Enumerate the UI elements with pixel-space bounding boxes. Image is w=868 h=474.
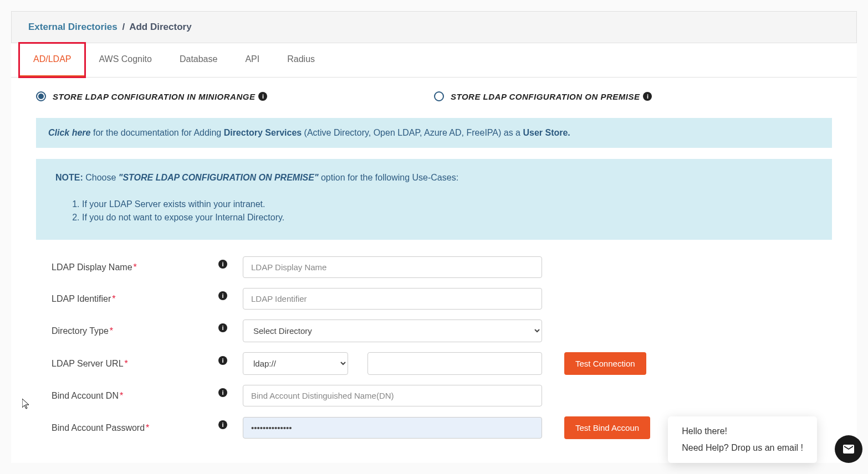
row-ldap-identifier: LDAP Identifier* i (36, 288, 832, 310)
label-bind-account-password: Bind Account Password (52, 423, 145, 433)
input-ldap-host[interactable] (367, 352, 542, 375)
info-icon[interactable]: i (218, 291, 227, 300)
breadcrumb-parent-link[interactable]: External Directories (28, 22, 118, 32)
radio-onpremise-label: STORE LDAP CONFIGURATION ON PREMISE (451, 92, 640, 101)
tab-database[interactable]: Database (166, 43, 232, 77)
info-icon[interactable]: i (643, 92, 652, 101)
info-icon[interactable]: i (218, 323, 227, 332)
label-ldap-identifier: LDAP Identifier (52, 294, 111, 304)
input-bind-account-password[interactable] (243, 417, 542, 439)
test-bind-account-button[interactable]: Test Bind Accoun (564, 416, 650, 439)
info-icon[interactable]: i (258, 92, 267, 101)
envelope-icon (842, 442, 855, 456)
chat-icon[interactable] (835, 435, 862, 463)
breadcrumb-current: Add Directory (129, 22, 191, 32)
doc-bold2: User Store. (523, 128, 570, 137)
row-directory-type: Directory Type* i Select Directory (36, 320, 832, 342)
storage-radio-group: STORE LDAP CONFIGURATION IN MINIORANGE i… (36, 91, 832, 101)
input-ldap-identifier[interactable] (243, 288, 542, 310)
tab-radius[interactable]: Radius (273, 43, 329, 77)
required-star: * (125, 359, 128, 369)
chat-widget: Hello there! Need Help? Drop us an email… (668, 416, 851, 463)
required-star: * (146, 423, 149, 433)
note-option: "STORE LDAP CONFIGURATION ON PREMISE" (119, 173, 319, 182)
tab-aws-cognito[interactable]: AWS Cognito (85, 43, 165, 77)
label-ldap-server-url: LDAP Server URL (52, 359, 124, 369)
radio-onpremise[interactable] (434, 91, 444, 101)
chat-help-text: Need Help? Drop us an email ! (682, 443, 803, 453)
select-directory-type[interactable]: Select Directory (243, 320, 542, 342)
note-item-1: If your LDAP Server exists within your i… (82, 199, 813, 209)
required-star: * (112, 294, 115, 304)
label-bind-account-dn: Bind Account DN (52, 391, 119, 401)
doc-bold1: Directory Services (224, 128, 302, 137)
content-area: STORE LDAP CONFIGURATION IN MINIORANGE i… (11, 78, 857, 463)
required-star: * (134, 262, 137, 272)
info-icon[interactable]: i (218, 388, 227, 397)
note-choose: Choose (83, 173, 119, 182)
breadcrumb-separator: / (122, 22, 125, 32)
info-icon[interactable]: i (218, 356, 227, 365)
select-ldap-protocol[interactable]: ldap:// (243, 352, 348, 375)
header-bar: External Directories / Add Directory (11, 11, 857, 43)
note-item-2: If you do not want to expose your Intern… (82, 213, 813, 223)
row-ldap-display-name: LDAP Display Name* i (36, 256, 832, 278)
input-bind-account-dn[interactable] (243, 385, 542, 406)
doc-text1: for the documentation for Adding (90, 128, 223, 137)
note-suffix: option for the following Use-Cases: (319, 173, 459, 182)
note-label: NOTE: (55, 173, 83, 182)
tabs-container: AD/LDAP AWS Cognito Database API Radius (11, 43, 857, 78)
radio-onpremise-option[interactable]: STORE LDAP CONFIGURATION ON PREMISE i (434, 91, 832, 101)
label-directory-type: Directory Type (52, 326, 109, 336)
info-icon[interactable]: i (218, 420, 227, 429)
required-star: * (110, 326, 113, 336)
click-here-link[interactable]: Click here (48, 128, 90, 137)
required-star: * (120, 391, 123, 401)
doc-text2: (Active Directory, Open LDAP, Azure AD, … (302, 128, 523, 137)
tab-ad-ldap[interactable]: AD/LDAP (19, 43, 85, 77)
documentation-alert: Click here for the documentation for Add… (36, 118, 832, 148)
radio-miniorange-option[interactable]: STORE LDAP CONFIGURATION IN MINIORANGE i (36, 91, 434, 101)
row-ldap-server-url: LDAP Server URL* i ldap:// Test Connecti… (36, 352, 832, 375)
note-list: If your LDAP Server exists within your i… (82, 199, 813, 223)
radio-miniorange-label: STORE LDAP CONFIGURATION IN MINIORANGE (53, 92, 255, 101)
chat-bubble: Hello there! Need Help? Drop us an email… (668, 416, 817, 463)
radio-miniorange[interactable] (36, 91, 46, 101)
input-ldap-display-name[interactable] (243, 256, 542, 278)
note-box: NOTE: Choose "STORE LDAP CONFIGURATION O… (36, 159, 832, 240)
breadcrumb: External Directories / Add Directory (28, 22, 840, 33)
info-icon[interactable]: i (218, 260, 227, 269)
test-connection-button[interactable]: Test Connection (564, 352, 646, 375)
row-bind-account-dn: Bind Account DN* i (36, 385, 832, 406)
tab-api[interactable]: API (231, 43, 273, 77)
label-ldap-display-name: LDAP Display Name (52, 262, 132, 272)
chat-greeting: Hello there! (682, 426, 803, 436)
